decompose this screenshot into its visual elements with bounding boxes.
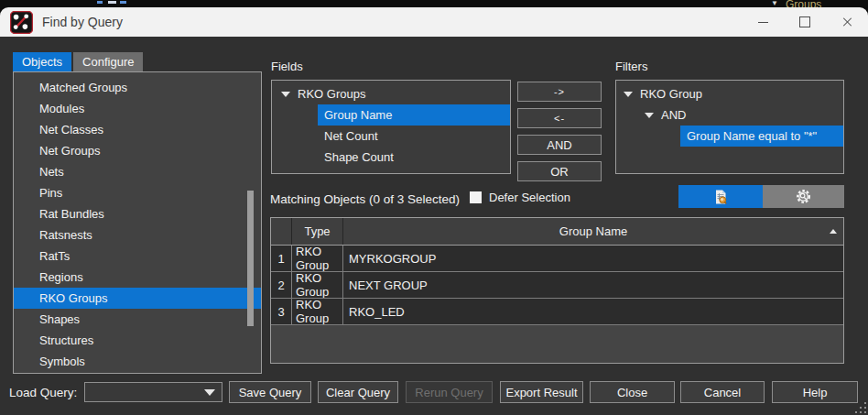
expand-triangle-icon bbox=[624, 92, 633, 97]
filter-operator-label: AND bbox=[661, 108, 686, 122]
rerun-query-button: Rerun Query bbox=[406, 381, 493, 403]
table-header: Type Group Name bbox=[271, 218, 843, 246]
find-report-button[interactable] bbox=[678, 185, 763, 208]
load-query-combobox[interactable] bbox=[84, 382, 222, 402]
tab-bar: ObjectsConfigure bbox=[13, 52, 143, 71]
object-type-item[interactable]: Net Groups bbox=[14, 140, 261, 161]
field-item[interactable]: Shape Count bbox=[318, 147, 510, 168]
export-result-button[interactable]: Export Result bbox=[500, 381, 583, 403]
object-type-item[interactable]: RKO Groups bbox=[14, 288, 261, 309]
table-body: 1RKO GroupMYRKOGROUP2RKO GroupNEXT GROUP… bbox=[271, 246, 843, 325]
object-type-item[interactable]: Symbols bbox=[14, 351, 261, 372]
object-type-item[interactable]: Pins bbox=[14, 182, 261, 203]
defer-selection-checkbox[interactable] bbox=[470, 191, 482, 203]
maximize-button[interactable] bbox=[784, 7, 826, 37]
column-header-group-name-label: Group Name bbox=[559, 224, 627, 238]
table-row[interactable]: 3RKO GroupRKO_LED bbox=[271, 299, 843, 325]
row-index-cell: 2 bbox=[271, 272, 292, 298]
object-type-list: Matched GroupsModulesNet ClassesNet Grou… bbox=[13, 71, 262, 374]
defer-selection-control: Defer Selection bbox=[470, 191, 570, 204]
object-type-item[interactable]: Rat Bundles bbox=[14, 203, 261, 224]
column-header-index[interactable] bbox=[271, 218, 292, 245]
column-header-type[interactable]: Type bbox=[292, 218, 343, 245]
maximize-icon bbox=[799, 16, 810, 27]
op-button-[interactable]: -> bbox=[517, 82, 602, 102]
row-index-cell: 3 bbox=[271, 299, 292, 324]
object-type-item[interactable]: Modules bbox=[14, 98, 261, 119]
close-button[interactable] bbox=[826, 7, 868, 37]
fields-tree: RKO Groups Group NameNet CountShape Coun… bbox=[271, 80, 511, 174]
table-row[interactable]: 1RKO GroupMYRKOGROUP bbox=[271, 246, 843, 272]
find-by-query-dialog: ObjectsConfigure Matched GroupsModulesNe… bbox=[0, 37, 868, 415]
minimize-icon bbox=[758, 22, 768, 23]
save-query-button[interactable]: Save Query bbox=[229, 381, 311, 403]
row-type-cell: RKO Group bbox=[292, 272, 343, 298]
table-row[interactable]: 2RKO GroupNEXT GROUP bbox=[271, 272, 843, 299]
filter-root-node[interactable]: RKO Group bbox=[616, 83, 843, 104]
filters-label: Filters bbox=[615, 60, 647, 73]
matching-objects-label: Matching Objects (0 of 3 Selected) bbox=[270, 192, 460, 206]
object-type-item[interactable]: Net Classes bbox=[14, 119, 261, 140]
load-query-label: Load Query: bbox=[9, 386, 77, 399]
tab-objects[interactable]: Objects bbox=[13, 52, 71, 71]
fields-label: Fields bbox=[271, 60, 303, 73]
clear-query-button[interactable]: Clear Query bbox=[318, 381, 398, 403]
object-type-item[interactable]: Symbols RF bbox=[14, 372, 261, 374]
help-button[interactable]: Help bbox=[772, 381, 858, 403]
filter-operator-node[interactable]: AND bbox=[616, 104, 843, 126]
underlying-app-strip: ▼ Groups bbox=[0, 0, 868, 7]
chevron-down-icon bbox=[204, 389, 215, 396]
object-type-item[interactable]: Ratsnests bbox=[14, 224, 261, 246]
matching-objects-table: Type Group Name 1RKO GroupMYRKOGROUP2RKO… bbox=[270, 217, 844, 364]
expand-triangle-icon bbox=[645, 113, 654, 118]
titlebar: Find by Query bbox=[0, 7, 868, 37]
op-button-or[interactable]: OR bbox=[517, 161, 602, 181]
find-settings-button[interactable] bbox=[763, 185, 844, 208]
row-group-name-cell: NEXT GROUP bbox=[343, 272, 843, 298]
object-type-item[interactable]: Regions bbox=[14, 267, 261, 288]
window-title: Find by Query bbox=[42, 15, 123, 29]
document-search-icon bbox=[712, 189, 729, 205]
op-button-[interactable]: <- bbox=[517, 108, 602, 128]
filters-tree: RKO Group AND Group Name equal to "*" bbox=[615, 80, 844, 174]
window-controls bbox=[742, 7, 868, 37]
resize-grip[interactable] bbox=[854, 401, 866, 413]
expand-triangle-icon bbox=[281, 92, 290, 97]
object-type-item[interactable]: Shapes bbox=[14, 309, 261, 330]
cancel-button[interactable]: Cancel bbox=[680, 381, 765, 403]
tab-configure[interactable]: Configure bbox=[73, 52, 143, 71]
sort-ascending-icon bbox=[830, 229, 837, 234]
underlying-dropdown-arrow-icon: ▼ bbox=[771, 0, 778, 7]
underlying-tick bbox=[120, 1, 126, 4]
underlying-app-text: Groups bbox=[786, 0, 821, 7]
underlying-tick bbox=[97, 1, 103, 4]
object-type-item[interactable]: Nets bbox=[14, 161, 261, 182]
list-scrollbar-thumb[interactable] bbox=[247, 191, 254, 326]
filter-root-label: RKO Group bbox=[640, 87, 702, 101]
row-index-cell: 1 bbox=[271, 246, 292, 271]
app-icon bbox=[10, 11, 33, 34]
field-item[interactable]: Group Name bbox=[318, 104, 510, 126]
minimize-button[interactable] bbox=[742, 7, 784, 37]
gear-search-icon bbox=[795, 188, 812, 205]
row-type-cell: RKO Group bbox=[292, 299, 343, 324]
column-header-group-name[interactable]: Group Name bbox=[343, 218, 843, 245]
close-button[interactable]: Close bbox=[590, 381, 675, 403]
operator-buttons: -><-ANDOR bbox=[517, 82, 602, 181]
close-icon bbox=[841, 16, 852, 27]
row-group-name-cell: RKO_LED bbox=[343, 299, 843, 324]
row-type-cell: RKO Group bbox=[292, 246, 343, 271]
op-button-and[interactable]: AND bbox=[517, 135, 602, 155]
result-view-toggle bbox=[678, 185, 844, 208]
fields-root-label: RKO Groups bbox=[298, 87, 365, 101]
fields-root-node[interactable]: RKO Groups bbox=[272, 83, 510, 104]
filter-condition-node[interactable]: Group Name equal to "*" bbox=[680, 126, 843, 147]
field-item[interactable]: Net Count bbox=[318, 126, 510, 147]
fields-children: Group NameNet CountShape Count bbox=[272, 104, 510, 168]
defer-selection-label: Defer Selection bbox=[489, 191, 570, 204]
object-type-item[interactable]: RatTs bbox=[14, 246, 261, 267]
object-type-item[interactable]: Structures bbox=[14, 330, 261, 351]
object-type-item[interactable]: Matched Groups bbox=[14, 77, 261, 98]
row-group-name-cell: MYRKOGROUP bbox=[343, 246, 843, 271]
underlying-tick bbox=[108, 1, 116, 4]
